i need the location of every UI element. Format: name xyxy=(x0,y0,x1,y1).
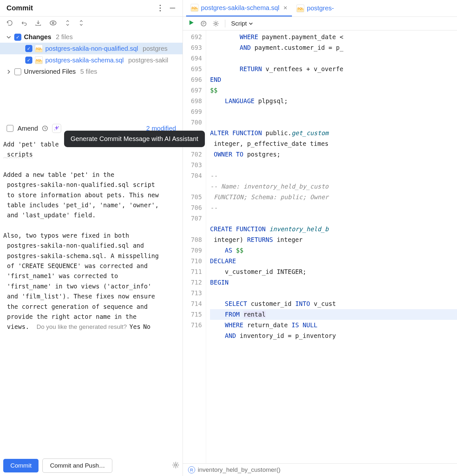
readonly-badge: R xyxy=(188,466,195,473)
amend-checkbox[interactable] xyxy=(6,125,14,132)
sql-file-icon: SQL xyxy=(191,4,198,12)
tab-schema[interactable]: SQL postgres-sakila-schema.sql ✕ xyxy=(186,0,292,16)
settings-icon[interactable] xyxy=(172,461,179,470)
gen-prompt: Do you like the generated result? xyxy=(37,323,127,330)
profiler-icon[interactable]: P xyxy=(200,20,207,27)
unversioned-checkbox[interactable] xyxy=(14,68,21,75)
unversioned-node[interactable]: Unversioned Files 5 files xyxy=(0,66,183,77)
svg-text:P: P xyxy=(203,22,205,25)
sql-file-icon: SQL xyxy=(35,56,43,64)
changes-count: 2 files xyxy=(56,33,72,41)
file-path: postgres xyxy=(143,45,168,52)
line-gutter: 6926936946956966976986997007027037047057… xyxy=(183,30,206,463)
commit-button[interactable]: Commit xyxy=(3,459,39,472)
sql-file-icon: SQL xyxy=(296,5,304,12)
rollback-icon[interactable] xyxy=(21,20,27,26)
svg-point-1 xyxy=(160,7,161,9)
svg-point-2 xyxy=(160,10,161,11)
script-dropdown[interactable]: Script xyxy=(231,20,253,27)
unversioned-count: 5 files xyxy=(80,68,97,75)
group-by-icon[interactable] xyxy=(78,20,84,26)
separator xyxy=(225,20,225,27)
code-editor[interactable]: WHERE payment.payment_date < AND payment… xyxy=(206,30,457,463)
svg-point-4 xyxy=(50,21,56,25)
changes-label: Changes xyxy=(24,33,51,41)
tab-label: postgres- xyxy=(307,5,334,12)
svg-point-0 xyxy=(160,5,161,6)
tab-label: postgres-sakila-schema.sql xyxy=(201,4,279,12)
close-icon[interactable]: ✕ xyxy=(283,5,287,11)
commit-message-input[interactable]: Add 'pet' table scripts Added a new tabl… xyxy=(0,135,183,455)
file-path: postgres-sakil xyxy=(128,57,168,64)
ai-generate-button[interactable] xyxy=(52,124,61,133)
status-function: inventory_held_by_customer() xyxy=(198,466,281,473)
svg-point-12 xyxy=(215,22,217,24)
file-row[interactable]: ✓ SQL postgres-sakila-schema.sql postgre… xyxy=(0,54,183,66)
gen-no-button[interactable]: No xyxy=(143,323,150,330)
changes-node[interactable]: ✓ Changes 2 files xyxy=(0,31,183,43)
commit-push-button[interactable]: Commit and Push… xyxy=(42,459,112,473)
more-icon[interactable] xyxy=(159,5,161,12)
panel-title: Commit xyxy=(6,4,33,12)
file-checkbox[interactable]: ✓ xyxy=(25,45,32,52)
gen-yes-button[interactable]: Yes xyxy=(129,323,140,330)
sql-file-icon: SQL xyxy=(35,45,43,52)
svg-point-5 xyxy=(52,22,54,24)
changes-checkbox[interactable]: ✓ xyxy=(14,34,21,41)
shelve-icon[interactable] xyxy=(35,20,41,26)
chevron-down-icon[interactable] xyxy=(6,35,12,39)
history-icon[interactable] xyxy=(42,125,48,132)
expand-collapse-icon[interactable] xyxy=(65,20,71,26)
ai-tooltip: Generate Commit Message with AI Assistan… xyxy=(64,131,205,147)
svg-point-9 xyxy=(175,464,177,466)
tab-other[interactable]: SQL postgres- xyxy=(292,1,338,16)
run-icon[interactable] xyxy=(188,19,195,27)
chevron-right-icon[interactable] xyxy=(6,70,12,74)
commit-body-line: scripts xyxy=(3,151,33,158)
file-name: postgres-sakila-schema.sql xyxy=(45,57,124,64)
amend-label: Amend xyxy=(17,125,38,132)
unversioned-label: Unversioned Files xyxy=(24,68,76,75)
settings-icon[interactable] xyxy=(213,20,219,27)
diff-icon[interactable] xyxy=(49,20,57,26)
refresh-icon[interactable] xyxy=(6,20,13,26)
file-checkbox[interactable]: ✓ xyxy=(25,57,32,64)
commit-body: Added a new table 'pet' in the postgres-… xyxy=(3,171,159,330)
svg-point-8 xyxy=(55,129,55,130)
minimize-icon[interactable] xyxy=(169,5,176,12)
file-row[interactable]: ✓ SQL postgres-sakila-non-qualified.sql … xyxy=(0,43,183,54)
svg-point-7 xyxy=(58,126,59,127)
file-name: postgres-sakila-non-qualified.sql xyxy=(45,45,138,52)
